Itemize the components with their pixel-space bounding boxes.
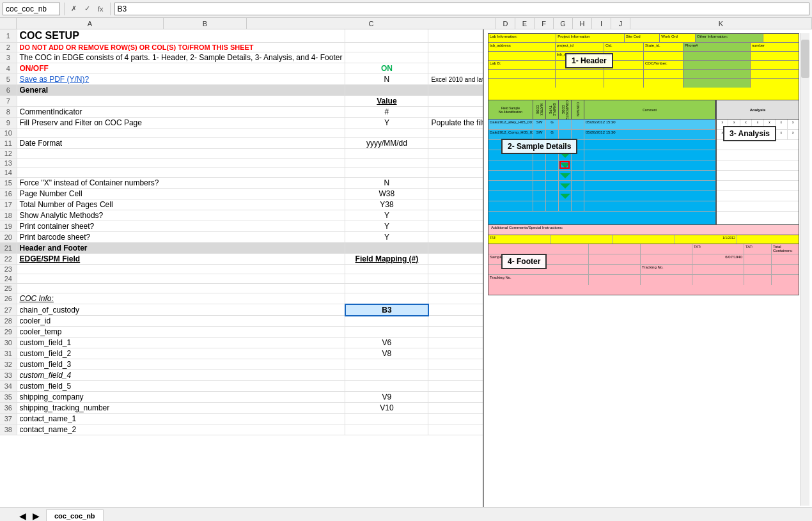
cell-30-b[interactable]: V6 [345, 338, 428, 348]
cell-25-c[interactable] [428, 284, 484, 293]
cell-6-a[interactable]: General [17, 85, 345, 96]
cancel-icon[interactable]: ✗ [68, 3, 79, 14]
cell-28-b[interactable] [345, 316, 428, 327]
cell-26-a[interactable]: COC Info: [17, 293, 345, 304]
col-header-f[interactable]: F [535, 18, 554, 29]
cell-35-c[interactable]: Shipping Company [428, 392, 484, 403]
cell-17-a[interactable]: Total Number of Pages Cell [17, 199, 345, 210]
cell-34-b[interactable] [345, 381, 428, 392]
cell-34-a[interactable]: custom_field_5 [17, 381, 345, 392]
cell-12-c[interactable] [428, 149, 484, 159]
cell-5-c[interactable]: Excel 2010 and later: when you export th… [428, 74, 484, 85]
cell-22-b[interactable]: Field Mapping (#) [345, 254, 428, 265]
cell-9-a[interactable]: Fill Preserv and Filter on COC Page [17, 118, 345, 128]
cell-20-a[interactable]: Print barcode sheet? [17, 232, 345, 243]
cell-1-a[interactable]: COC SETUP [17, 29, 345, 43]
cell-17-c[interactable] [428, 199, 484, 210]
cell-17-b[interactable]: Y38 [345, 199, 428, 210]
col-header-i[interactable]: I [592, 18, 611, 29]
cell-31-b[interactable]: V8 [345, 348, 428, 359]
cell-29-c[interactable] [428, 327, 484, 338]
cell-15-b[interactable]: N [345, 178, 428, 189]
col-header-j[interactable]: J [611, 18, 630, 29]
cell-4-c[interactable] [428, 63, 484, 74]
cell-3-c[interactable] [428, 52, 484, 63]
cell-32-b[interactable] [345, 359, 428, 370]
cell-7-c[interactable]: Notes [428, 96, 484, 107]
cell-15-c[interactable]: Y to put X in Analysis [428, 178, 484, 189]
col-header-k[interactable]: K [630, 18, 812, 29]
cell-33-a[interactable]: custom_field_4 [17, 370, 345, 381]
cell-33-c[interactable]: Quote Number [428, 370, 484, 381]
cell-18-b[interactable]: Y [345, 210, 428, 221]
cell-24-c[interactable] [428, 274, 484, 284]
cell-26-b[interactable] [345, 293, 428, 304]
cell-34-c[interactable]: Task Code [428, 381, 484, 392]
cell-21-a[interactable]: Header and Footer [17, 243, 345, 254]
confirm-icon[interactable]: ✓ [82, 3, 93, 14]
cell-3-a[interactable]: The COC in EDGE consists of 4 parts. 1- … [17, 52, 345, 63]
cell-14-a[interactable] [17, 168, 345, 178]
cell-3-b[interactable] [345, 52, 428, 63]
cell-16-a[interactable]: Page Number Cell [17, 189, 345, 199]
cell-8-a[interactable]: CommentIndicator [17, 107, 345, 118]
cell-37-b[interactable] [345, 414, 428, 424]
cell-23-c[interactable] [428, 265, 484, 274]
cell-18-a[interactable]: Show Analytic Methods? [17, 210, 345, 221]
cell-6-b[interactable] [345, 85, 428, 96]
cell-2-b[interactable] [345, 43, 428, 52]
cell-1-c[interactable] [428, 29, 484, 43]
cell-36-b[interactable]: V10 [345, 403, 428, 414]
sheet-tab-coc[interactable]: coc_coc_nb [46, 509, 104, 521]
cell-10-b[interactable] [345, 128, 428, 138]
cell-12-b[interactable] [345, 149, 428, 159]
cell-28-a[interactable]: cooler_id [17, 316, 345, 327]
cell-10-a[interactable] [17, 128, 345, 138]
cell-21-b[interactable] [345, 243, 428, 254]
cell-6-c[interactable] [428, 85, 484, 96]
cell-38-c[interactable]: Sampler Mobile [428, 424, 484, 435]
cell-27-a[interactable]: chain_of_custody [17, 304, 345, 316]
cell-20-b[interactable]: Y [345, 232, 428, 243]
scrollbar-thumb[interactable] [801, 40, 809, 78]
cell-31-c[interactable]: Date/Time Completed [428, 348, 484, 359]
cell-18-c[interactable]: Example: VOCs (EPA8260) [428, 210, 484, 221]
cell-14-c[interactable] [428, 168, 484, 178]
cell-13-a[interactable] [17, 159, 345, 168]
cell-7-a[interactable] [17, 96, 345, 107]
cell-22-a[interactable]: EDGE/SPM Field [17, 254, 345, 265]
cell-35-b[interactable]: V9 [345, 392, 428, 403]
sheet-nav-left[interactable]: ◀ [19, 511, 26, 521]
cell-24-a[interactable] [17, 274, 345, 284]
cell-33-b[interactable] [345, 370, 428, 381]
cell-31-a[interactable]: custom_field_2 [17, 348, 345, 359]
cell-19-c[interactable]: Print container sheet along with the COC [428, 221, 484, 232]
formula-input[interactable] [114, 3, 809, 15]
cell-36-c[interactable]: Tracking Number [428, 403, 484, 414]
cell-30-a[interactable]: custom_field_1 [17, 338, 345, 348]
cell-28-c[interactable] [428, 316, 484, 327]
cell-21-c[interactable] [428, 243, 484, 254]
vertical-scrollbar[interactable] [800, 33, 809, 506]
cell-2-a[interactable]: DO NOT ADD OR REMOVE ROW(S) OR COL(S) TO… [17, 43, 345, 52]
cell-23-b[interactable] [345, 265, 428, 274]
cell-25-a[interactable] [17, 284, 345, 293]
col-header-d[interactable]: D [496, 18, 515, 29]
cell-9-b[interactable]: Y [345, 118, 428, 128]
col-header-g[interactable]: G [554, 18, 573, 29]
cell-12-a[interactable] [17, 149, 345, 159]
function-icon[interactable]: fx [95, 4, 106, 14]
cell-8-c[interactable] [428, 107, 484, 118]
cell-15-a[interactable]: Force "X" instead of Container numbers? [17, 178, 345, 189]
sheet-nav-right[interactable]: ▶ [33, 511, 40, 521]
cell-23-a[interactable] [17, 265, 345, 274]
cell-29-a[interactable]: cooler_temp [17, 327, 345, 338]
cell-26-c[interactable]: see row 214 for additional coc fields [428, 293, 484, 304]
cell-11-c[interactable] [428, 138, 484, 149]
cell-27-b[interactable]: B3 [345, 304, 428, 316]
col-header-b[interactable]: B [164, 18, 247, 29]
cell-37-a[interactable]: contact_name_1 [17, 414, 345, 424]
col-header-h[interactable]: H [573, 18, 592, 29]
cell-16-b[interactable]: W38 [345, 189, 428, 199]
cell-38-a[interactable]: contact_name_2 [17, 424, 345, 435]
